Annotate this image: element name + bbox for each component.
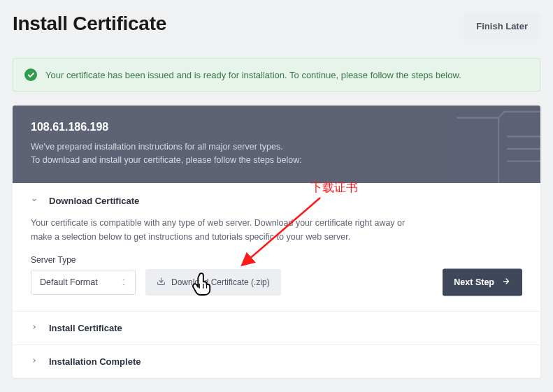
download-controls: Default Format xyxy=(31,269,522,296)
next-step-label: Next Step xyxy=(454,277,494,287)
intro-line-2: To download and install your certificate… xyxy=(31,154,522,167)
page-header: Install Certificate Finish Later xyxy=(13,13,540,40)
card-intro-banner: 108.61.186.198 We've prepared installati… xyxy=(13,106,540,183)
check-circle-icon xyxy=(24,68,37,81)
step-download-header[interactable]: Download Certificate xyxy=(31,196,522,206)
chevron-down-icon xyxy=(31,196,39,205)
step-download-body: Your certificate is compatible with any … xyxy=(31,216,422,244)
step-download-title: Download Certificate xyxy=(49,196,139,206)
updown-caret-icon xyxy=(121,278,127,286)
step-download: Download Certificate Your certificate is… xyxy=(13,183,540,312)
alert-text: Your certificate has been issued and is … xyxy=(45,70,461,80)
chevron-right-icon xyxy=(31,324,39,332)
next-step-button[interactable]: Next Step xyxy=(443,268,522,296)
chevron-right-icon xyxy=(31,357,39,365)
download-certificate-button[interactable]: Download Certificate (.zip) xyxy=(145,269,281,296)
download-icon xyxy=(157,277,166,288)
step-complete-title: Installation Complete xyxy=(49,356,141,367)
ip-address: 108.61.186.198 xyxy=(31,121,522,133)
step-install-title: Install Certificate xyxy=(49,323,122,333)
page-title: Install Certificate xyxy=(13,13,166,35)
success-alert: Your certificate has been issued and is … xyxy=(13,58,540,92)
server-type-select[interactable]: Default Format xyxy=(31,270,136,295)
server-type-value: Default Format xyxy=(40,277,98,287)
decorative-lines-icon xyxy=(457,106,540,183)
finish-later-button[interactable]: Finish Later xyxy=(464,13,540,40)
step-complete-header[interactable]: Installation Complete xyxy=(13,345,540,378)
intro-line-1: We've prepared installation instructions… xyxy=(31,140,522,154)
step-install-header[interactable]: Install Certificate xyxy=(13,312,540,345)
arrow-right-icon xyxy=(501,277,511,287)
certificate-card: 108.61.186.198 We've prepared installati… xyxy=(13,106,540,378)
server-type-label: Server Type xyxy=(31,255,522,265)
download-button-label: Download Certificate (.zip) xyxy=(171,277,270,287)
